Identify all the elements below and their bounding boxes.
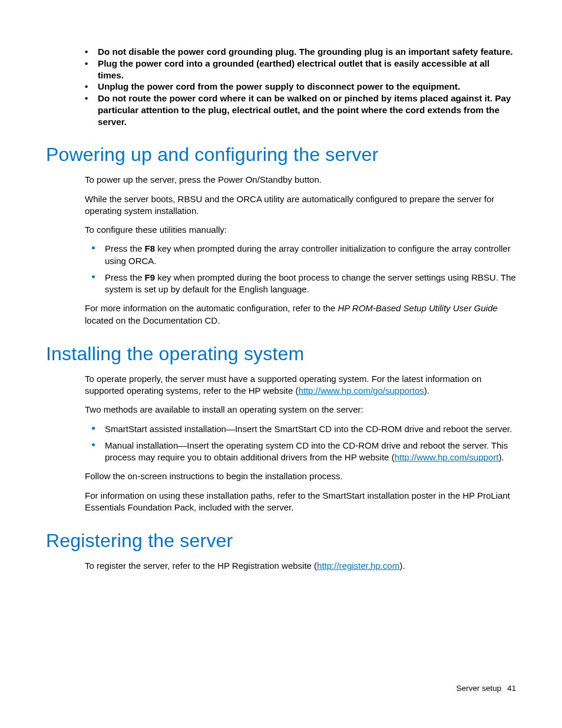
page-footer: Server setup41 [456, 684, 516, 693]
text: key when prompted during the boot proces… [105, 272, 516, 294]
text: Press the [105, 272, 145, 282]
heading-installing: Installing the operating system [46, 343, 516, 365]
paragraph: For more information on the automatic co… [85, 302, 516, 327]
text: ). [424, 386, 429, 396]
bullet-icon [92, 275, 95, 278]
paragraph: To configure these utilities manually: [85, 224, 516, 236]
safety-bullet: Unplug the power cord from the power sup… [78, 81, 516, 93]
text: SmartStart assisted installation—Insert … [105, 424, 512, 434]
safety-bullet: Do not route the power cord where it can… [78, 93, 516, 127]
paragraph: While the server boots, RBSU and the ORC… [85, 193, 516, 218]
text: key when prompted during the array contr… [105, 243, 511, 265]
list-item: Press the F9 key when prompted during th… [85, 272, 516, 296]
section-body-registering: To register the server, refer to the HP … [85, 560, 516, 572]
link-support[interactable]: http://www.hp.com/support [395, 452, 499, 462]
safety-bullet: Do not disable the power cord grounding … [78, 46, 516, 58]
text: Press the [105, 243, 145, 253]
bullet-icon [92, 246, 95, 249]
paragraph: Two methods are available to install an … [85, 404, 516, 416]
section-body-powering: To power up the server, press the Power … [85, 174, 516, 327]
text: To register the server, refer to the HP … [85, 561, 317, 571]
list-item: SmartStart assisted installation—Insert … [85, 423, 516, 435]
bullet-icon [92, 443, 95, 446]
document-title-ref: HP ROM-Based Setup Utility User Guide [338, 303, 497, 313]
bullet-icon [92, 427, 95, 430]
paragraph: Follow the on-screen instructions to beg… [85, 470, 516, 482]
link-register[interactable]: http://register.hp.com [317, 561, 399, 571]
keycap: F8 [145, 243, 156, 253]
list-item: Press the F8 key when prompted during th… [85, 243, 516, 267]
safety-bullet-list: Do not disable the power cord grounding … [78, 46, 516, 127]
paragraph: To power up the server, press the Power … [85, 174, 516, 186]
footer-page-number: 41 [507, 684, 516, 693]
paragraph: To operate properly, the server must hav… [85, 373, 516, 397]
body-list: Press the F8 key when prompted during th… [85, 243, 516, 295]
body-list: SmartStart assisted installation—Insert … [85, 423, 516, 464]
safety-bullet: Plug the power cord into a grounded (ear… [78, 58, 516, 81]
paragraph: To register the server, refer to the HP … [85, 560, 516, 572]
list-item: Manual installation—Insert the operating… [85, 440, 516, 464]
text: located on the Documentation CD. [85, 315, 220, 325]
heading-powering: Powering up and configuring the server [46, 144, 516, 166]
footer-section-name: Server setup [456, 684, 501, 693]
paragraph: For information on using these installat… [85, 490, 516, 514]
keycap: F9 [145, 272, 156, 282]
section-body-installing: To operate properly, the server must hav… [85, 373, 516, 513]
text: For more information on the automatic co… [85, 303, 338, 313]
heading-registering: Registering the server [46, 530, 516, 552]
text: ). [498, 452, 504, 462]
document-page: Do not disable the power cord grounding … [0, 0, 562, 728]
link-supportos[interactable]: http://www.hp.com/go/supportos [298, 386, 424, 396]
text: ). [399, 561, 405, 571]
